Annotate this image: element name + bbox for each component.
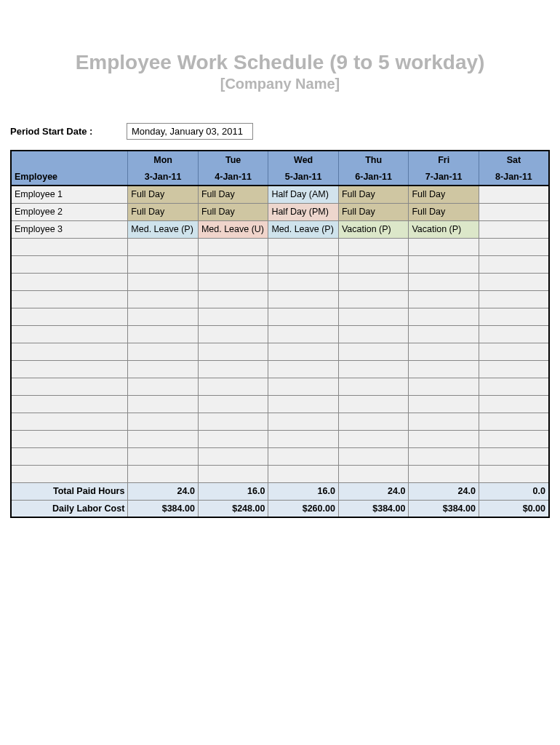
employee-cell[interactable] [11,273,128,290]
schedule-cell[interactable] [338,343,409,360]
schedule-cell[interactable] [479,290,549,308]
schedule-cell[interactable] [479,395,549,413]
schedule-cell[interactable] [198,343,268,360]
employee-cell[interactable] [11,378,128,395]
employee-cell[interactable]: Employee 1 [11,186,128,203]
schedule-cell[interactable] [128,273,199,290]
schedule-cell[interactable] [409,378,479,395]
employee-cell[interactable] [11,413,128,430]
schedule-cell[interactable] [409,413,479,430]
schedule-cell[interactable] [268,447,339,465]
employee-cell[interactable] [11,360,128,378]
schedule-cell[interactable]: Vacation (P) [338,220,409,238]
schedule-cell[interactable]: Full Day [128,203,199,220]
schedule-cell[interactable] [128,325,199,343]
schedule-cell[interactable] [268,413,339,430]
schedule-cell[interactable] [479,447,549,465]
schedule-cell[interactable]: Half Day (AM) [268,186,339,203]
schedule-cell[interactable] [479,430,549,447]
schedule-cell[interactable] [409,343,479,360]
schedule-cell[interactable] [338,238,409,255]
schedule-cell[interactable] [409,325,479,343]
employee-cell[interactable] [11,238,128,255]
schedule-cell[interactable] [409,308,479,325]
schedule-cell[interactable] [409,273,479,290]
schedule-cell[interactable]: Full Day [128,186,199,203]
schedule-cell[interactable]: Full Day [409,186,479,203]
schedule-cell[interactable] [128,430,199,447]
schedule-cell[interactable]: Med. Leave (P) [268,220,339,238]
schedule-cell[interactable] [128,255,199,273]
schedule-cell[interactable] [479,360,549,378]
employee-cell[interactable] [11,325,128,343]
schedule-cell[interactable] [479,255,549,273]
employee-cell[interactable] [11,465,128,482]
employee-cell[interactable]: Employee 2 [11,203,128,220]
schedule-cell[interactable] [128,238,199,255]
schedule-cell[interactable] [409,360,479,378]
schedule-cell[interactable] [338,465,409,482]
schedule-cell[interactable]: Full Day [198,186,268,203]
schedule-cell[interactable] [128,395,199,413]
schedule-cell[interactable] [268,378,339,395]
schedule-cell[interactable] [198,238,268,255]
schedule-cell[interactable] [479,413,549,430]
schedule-cell[interactable] [338,395,409,413]
schedule-cell[interactable] [338,255,409,273]
schedule-cell[interactable] [338,308,409,325]
employee-cell[interactable] [11,308,128,325]
schedule-cell[interactable] [479,186,549,203]
schedule-cell[interactable] [198,430,268,447]
schedule-cell[interactable] [198,290,268,308]
schedule-cell[interactable] [479,325,549,343]
schedule-cell[interactable] [198,395,268,413]
schedule-cell[interactable] [128,465,199,482]
schedule-cell[interactable] [128,413,199,430]
employee-cell[interactable] [11,447,128,465]
schedule-cell[interactable] [268,290,339,308]
schedule-cell[interactable] [268,395,339,413]
schedule-cell[interactable] [268,273,339,290]
schedule-cell[interactable] [479,378,549,395]
schedule-cell[interactable] [128,378,199,395]
schedule-cell[interactable] [268,360,339,378]
employee-cell[interactable] [11,343,128,360]
schedule-cell[interactable] [338,290,409,308]
schedule-cell[interactable] [479,203,549,220]
schedule-cell[interactable] [409,465,479,482]
schedule-cell[interactable] [409,395,479,413]
schedule-cell[interactable]: Half Day (PM) [268,203,339,220]
schedule-cell[interactable] [409,238,479,255]
schedule-cell[interactable] [268,325,339,343]
schedule-cell[interactable] [479,465,549,482]
schedule-cell[interactable] [268,238,339,255]
schedule-cell[interactable] [198,255,268,273]
employee-cell[interactable] [11,395,128,413]
schedule-cell[interactable]: Full Day [409,203,479,220]
schedule-cell[interactable] [198,360,268,378]
schedule-cell[interactable] [198,447,268,465]
schedule-cell[interactable] [338,325,409,343]
schedule-cell[interactable] [268,343,339,360]
schedule-cell[interactable] [479,343,549,360]
schedule-cell[interactable]: Full Day [338,203,409,220]
schedule-cell[interactable] [479,308,549,325]
schedule-cell[interactable] [409,430,479,447]
schedule-cell[interactable]: Full Day [198,203,268,220]
schedule-cell[interactable] [198,308,268,325]
schedule-cell[interactable]: Med. Leave (U) [198,220,268,238]
schedule-cell[interactable] [409,447,479,465]
schedule-cell[interactable] [479,238,549,255]
schedule-cell[interactable] [128,343,199,360]
schedule-cell[interactable] [128,447,199,465]
schedule-cell[interactable] [268,465,339,482]
schedule-cell[interactable] [198,273,268,290]
schedule-cell[interactable] [198,465,268,482]
schedule-cell[interactable] [128,360,199,378]
schedule-cell[interactable] [268,255,339,273]
schedule-cell[interactable]: Vacation (P) [409,220,479,238]
schedule-cell[interactable] [479,220,549,238]
schedule-cell[interactable] [338,447,409,465]
schedule-cell[interactable] [268,308,339,325]
schedule-cell[interactable]: Med. Leave (P) [128,220,199,238]
